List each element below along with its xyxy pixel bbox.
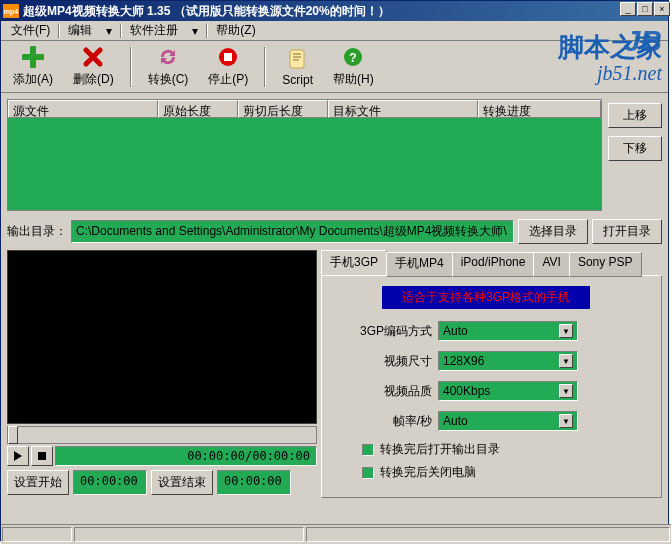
- set-start-button[interactable]: 设置开始: [7, 470, 69, 495]
- preview-pane: 00:00:00/00:00:00 设置开始 00:00:00 设置结束 00:…: [7, 250, 317, 498]
- chevron-down-icon: ▼: [559, 384, 573, 398]
- move-up-button[interactable]: 上移: [608, 103, 662, 128]
- tab-ipod[interactable]: iPod/iPhone: [452, 252, 535, 277]
- preview-slider[interactable]: [7, 426, 317, 444]
- statusbar: [1, 524, 671, 544]
- size-label: 视频尺寸: [332, 353, 432, 370]
- quality-select[interactable]: 400Kbps▼: [438, 381, 578, 401]
- start-time: 00:00:00: [73, 470, 147, 495]
- menu-register[interactable]: 软件注册: [124, 20, 184, 41]
- add-button[interactable]: 添加(A): [9, 43, 57, 90]
- menu-separator: [120, 24, 122, 38]
- menu-help[interactable]: 帮助(Z): [210, 20, 261, 41]
- tab-3gp[interactable]: 手机3GP: [321, 250, 387, 275]
- svg-rect-1: [224, 53, 232, 61]
- toolbar-separator: [264, 47, 266, 87]
- watermark-url: jb51.net: [597, 62, 662, 85]
- col-source[interactable]: 源文件: [8, 100, 158, 118]
- col-origlen[interactable]: 原始长度: [158, 100, 238, 118]
- select-dir-button[interactable]: 选择目录: [518, 219, 588, 244]
- menu-edit[interactable]: 编辑: [62, 20, 98, 41]
- shutdown-checkbox[interactable]: 转换完后关闭电脑: [362, 464, 651, 481]
- encoding-label: 3GP编码方式: [332, 323, 432, 340]
- script-icon: [286, 47, 310, 71]
- open-dir-button[interactable]: 打开目录: [592, 219, 662, 244]
- fps-label: 帧率/秒: [332, 413, 432, 430]
- x-icon: [81, 45, 105, 69]
- output-dir-label: 输出目录：: [7, 223, 67, 240]
- toolbar-separator: [130, 47, 132, 87]
- quality-label: 视频品质: [332, 383, 432, 400]
- file-list[interactable]: 源文件 原始长度 剪切后长度 目标文件 转换进度: [7, 99, 602, 211]
- svg-rect-5: [38, 452, 46, 460]
- minimize-button[interactable]: _: [620, 2, 636, 16]
- app-icon: mp4: [3, 4, 19, 18]
- set-end-button[interactable]: 设置结束: [151, 470, 213, 495]
- app-window: mp4 超级MP4视频转换大师 1.35 （试用版只能转换源文件20%的时间！）…: [0, 0, 669, 541]
- format-hint: 适合于支持各种3GP格式的手机: [382, 286, 590, 309]
- size-select[interactable]: 128X96▼: [438, 351, 578, 371]
- chevron-down-icon: ▼: [559, 324, 573, 338]
- refresh-icon: [156, 45, 180, 69]
- col-target[interactable]: 目标文件: [328, 100, 478, 118]
- checkbox-icon: [362, 444, 374, 456]
- stop-playback-button[interactable]: [31, 446, 53, 466]
- col-cutlen[interactable]: 剪切后长度: [238, 100, 328, 118]
- encoding-select[interactable]: Auto▼: [438, 321, 578, 341]
- tabs: 手机3GP 手机MP4 iPod/iPhone AVI Sony PSP: [321, 250, 662, 275]
- play-button[interactable]: [7, 446, 29, 466]
- tab-psp[interactable]: Sony PSP: [569, 252, 642, 277]
- output-path-input[interactable]: C:\Documents and Settings\Administrator\…: [71, 220, 514, 243]
- tab-panel: 适合于支持各种3GP格式的手机 3GP编码方式 Auto▼ 视频尺寸 128X9…: [321, 275, 662, 498]
- tab-mp4[interactable]: 手机MP4: [386, 252, 453, 277]
- stop-button[interactable]: 停止(P): [204, 43, 252, 90]
- close-button[interactable]: ×: [654, 2, 670, 16]
- preview-video: [7, 250, 317, 424]
- script-button[interactable]: Script: [278, 45, 317, 89]
- fps-select[interactable]: Auto▼: [438, 411, 578, 431]
- menu-separator: [58, 24, 60, 38]
- svg-rect-2: [290, 50, 304, 68]
- help-icon: ?: [341, 45, 365, 69]
- checkbox-icon: [362, 467, 374, 479]
- maximize-button[interactable]: □: [637, 2, 653, 16]
- move-down-button[interactable]: 下移: [608, 136, 662, 161]
- menu-file[interactable]: 文件(F): [5, 20, 56, 41]
- watermark-text: 脚本之家: [558, 30, 662, 65]
- time-display: 00:00:00/00:00:00: [55, 446, 317, 466]
- chevron-down-icon: ▼: [559, 354, 573, 368]
- end-time: 00:00:00: [217, 470, 291, 495]
- help-button[interactable]: ? 帮助(H): [329, 43, 378, 90]
- titlebar: mp4 超级MP4视频转换大师 1.35 （试用版只能转换源文件20%的时间！）: [1, 1, 668, 21]
- convert-button[interactable]: 转换(C): [144, 43, 193, 90]
- chevron-down-icon: ▼: [559, 414, 573, 428]
- delete-button[interactable]: 删除(D): [69, 43, 118, 90]
- open-dir-checkbox[interactable]: 转换完后打开输出目录: [362, 441, 651, 458]
- tab-avi[interactable]: AVI: [533, 252, 569, 277]
- col-progress[interactable]: 转换进度: [478, 100, 601, 118]
- stop-icon: [216, 45, 240, 69]
- menu-separator: [206, 24, 208, 38]
- slider-thumb[interactable]: [8, 426, 18, 444]
- window-title: 超级MP4视频转换大师 1.35 （试用版只能转换源文件20%的时间！）: [23, 3, 666, 20]
- plus-icon: [21, 45, 45, 69]
- svg-text:?: ?: [350, 51, 357, 65]
- file-list-header: 源文件 原始长度 剪切后长度 目标文件 转换进度: [8, 100, 601, 118]
- settings-pane: 手机3GP 手机MP4 iPod/iPhone AVI Sony PSP 适合于…: [321, 250, 662, 498]
